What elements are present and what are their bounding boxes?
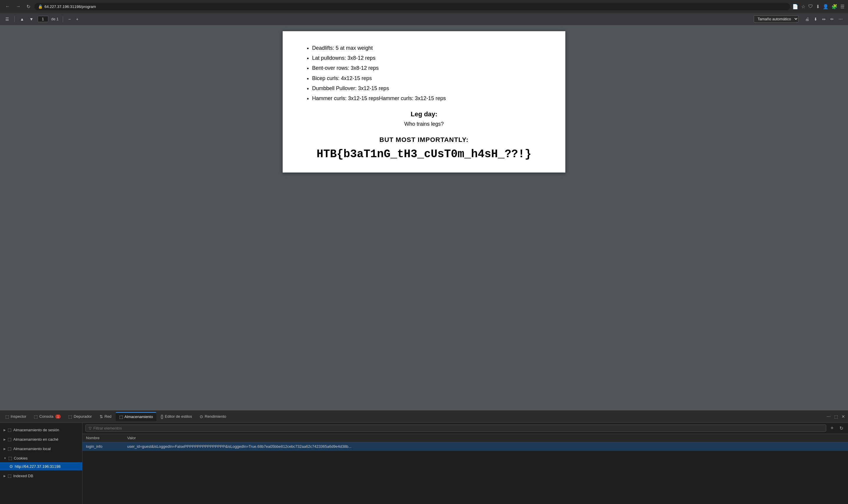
inspector-icon: ⬚ (5, 414, 9, 419)
pdf-toolbar-right: 🖨 ⬇ ⇔ ✏ ⋯ (804, 16, 844, 23)
download-icon[interactable]: ⬇ (816, 4, 820, 10)
devtools-sidebar: ▶ ⬚ Almacenamiento de sesión ▶ ⬚ Almacen… (0, 423, 83, 504)
sidebar-item-local-storage[interactable]: ▶ ⬚ Almacenamiento local (0, 445, 82, 453)
session-storage-label: Almacenamiento de sesión (13, 428, 59, 432)
sidebar-item-cookies-host[interactable]: ⊙ http://64.227.37.196:31198 (0, 462, 82, 470)
tab-network-label: Red (105, 414, 112, 419)
col-header-value: Valor (124, 434, 848, 442)
sidebar-item-cache-storage[interactable]: ▶ ⬚ Almacenamiento en caché (0, 435, 82, 443)
list-item: Bent-over rows: 3x8-12 reps (312, 63, 548, 73)
sidebar-item-indexed-db[interactable]: ▶ ⬚ Indexed DB (0, 472, 82, 480)
sidebar-item-cookies[interactable]: ▼ ⬚ Cookies (0, 454, 82, 462)
tab-performance[interactable]: ⊙ Rendimiento (196, 412, 230, 421)
reader-icon[interactable]: 📄 (792, 4, 798, 10)
more-tools-btn[interactable]: ⋯ (825, 413, 832, 420)
print-btn[interactable]: 🖨 (804, 16, 810, 23)
sidebar-group-cache: ▶ ⬚ Almacenamiento en caché (0, 434, 82, 444)
browser-toolbar-icons: 📄 ☆ 🛡 ⬇ 👤 🧩 ☰ (792, 4, 845, 10)
performance-icon: ⊙ (200, 414, 203, 419)
zoom-out-btn[interactable]: − (67, 16, 72, 23)
refresh-button[interactable]: ↻ (25, 3, 32, 11)
error-badge: 1 (55, 414, 61, 419)
separator2 (63, 16, 63, 22)
pdf-toolbar: ☰ ▲ ▼ de 1 − + Tamaño automático 🖨 ⬇ ⇔ ✏… (0, 13, 848, 25)
list-item: Bicep curls: 4x12-15 reps (312, 73, 548, 83)
download-btn[interactable]: ⬇ (813, 16, 818, 23)
list-item: Deadlifts: 5 at max weight (312, 43, 548, 53)
devtools-panel: ▽ + ↻ Nombre Valor (83, 423, 848, 504)
bookmark-icon[interactable]: ☆ (801, 4, 805, 10)
col-header-name: Nombre (83, 434, 124, 442)
extension-icon[interactable]: 🧩 (831, 4, 837, 10)
back-button[interactable]: ← (3, 3, 12, 10)
add-button[interactable]: + (829, 425, 835, 432)
zoom-in-btn[interactable]: + (75, 16, 79, 23)
list-item: Lat pulldowns: 3x8-12 reps (312, 53, 548, 63)
page-total: de 1 (51, 17, 59, 21)
close-devtools-btn[interactable]: ✕ (840, 413, 846, 420)
table-row[interactable]: login_info user_id=guest&isLoggedIn=Fals… (83, 442, 848, 451)
tab-storage-label: Almacenamiento (125, 414, 153, 419)
devtools-body: ▶ ⬚ Almacenamiento de sesión ▶ ⬚ Almacen… (0, 423, 848, 504)
profile-icon[interactable]: 👤 (823, 4, 829, 10)
storage-icon: ⬚ (119, 414, 123, 419)
network-icon: ⇅ (100, 414, 103, 419)
workout-list: Deadlifts: 5 at max weight Lat pulldowns… (312, 43, 548, 103)
tab-console-label: Consola (39, 414, 53, 419)
toggle-sidebar-btn[interactable]: ☰ (4, 16, 10, 23)
sidebar-group-indexed-db: ▶ ⬚ Indexed DB (0, 471, 82, 481)
tab-performance-label: Rendimiento (205, 414, 226, 419)
cookies-host-label: http://64.227.37.196:31198 (15, 464, 60, 469)
tab-inspector[interactable]: ⬚ Inspector (2, 412, 30, 421)
chevron-right-icon: ▶ (3, 447, 6, 450)
sidebar-item-session-storage[interactable]: ▶ ⬚ Almacenamiento de sesión (0, 426, 82, 434)
tab-network[interactable]: ⇅ Red (96, 412, 115, 421)
filter-input[interactable] (93, 426, 823, 430)
filter-bar: ▽ (85, 425, 826, 432)
cookies-label: Cookies (14, 456, 28, 461)
tab-styles[interactable]: {} Editor de estilos (157, 412, 196, 421)
cache-storage-label: Almacenamiento en caché (13, 437, 58, 442)
chevron-right-icon: ▶ (3, 438, 6, 441)
address-bar[interactable]: 🔒 64.227.37.196:31198/program (34, 3, 790, 10)
panel-table: Nombre Valor login_info user_id=guest&is… (83, 434, 848, 504)
address-text: 64.227.37.196:31198/program (44, 4, 96, 9)
pdf-page: Deadlifts: 5 at max weight Lat pulldowns… (283, 31, 565, 173)
local-storage-label: Almacenamiento local (13, 447, 51, 451)
flag-value: HTB{b3aT1nG_tH3_cUsT0m_h4sH_??!} (300, 148, 548, 160)
cache-storage-icon: ⬚ (8, 437, 12, 442)
styles-icon: {} (161, 414, 163, 419)
edit-btn[interactable]: ✏ (829, 16, 835, 23)
more-btn[interactable]: ⋯ (837, 16, 844, 23)
chevron-right-icon: ▶ (3, 428, 6, 432)
refresh-button[interactable]: ↻ (838, 425, 845, 432)
list-item: Dumbbell Pullover: 3x12-15 reps (312, 83, 548, 93)
next-page-btn[interactable]: ▼ (28, 16, 35, 23)
globe-icon: ⊙ (10, 464, 13, 469)
main-content: Deadlifts: 5 at max weight Lat pulldowns… (0, 25, 848, 504)
zoom-select[interactable]: Tamaño automático (754, 15, 798, 23)
chevron-right-icon: ▶ (3, 474, 6, 478)
filter-icon: ▽ (89, 426, 92, 430)
important-label: BUT MOST IMPORTANTLY: (300, 136, 548, 144)
layout-btn[interactable]: ⬚ (833, 413, 839, 420)
sidebar-group-local: ▶ ⬚ Almacenamiento local (0, 444, 82, 453)
pdf-viewer-area[interactable]: Deadlifts: 5 at max weight Lat pulldowns… (0, 25, 848, 410)
cookies-icon: ⬚ (8, 456, 12, 461)
tab-debugger[interactable]: ⬚ Depurador (65, 412, 95, 421)
separator (14, 16, 15, 22)
leg-day-title: Leg day: (300, 110, 548, 118)
page-number-input[interactable] (38, 16, 48, 22)
tab-storage[interactable]: ⬚ Almacenamiento (116, 412, 157, 421)
devtools-tabs: ⬚ Inspector ⬚ Consola 1 ⬚ Depurador ⇅ Re… (0, 410, 848, 423)
panel-toolbar: ▽ + ↻ (83, 423, 848, 434)
forward-button[interactable]: → (14, 3, 22, 10)
prev-page-btn[interactable]: ▲ (19, 16, 25, 23)
fit-btn[interactable]: ⇔ (821, 16, 827, 23)
cookies-table: Nombre Valor login_info user_id=guest&is… (83, 434, 848, 451)
local-storage-icon: ⬚ (8, 446, 12, 451)
tab-console[interactable]: ⬚ Consola 1 (30, 412, 64, 421)
menu-icon[interactable]: ☰ (840, 4, 845, 10)
tab-styles-label: Editor de estilos (165, 414, 192, 419)
shield-icon[interactable]: 🛡 (808, 4, 813, 9)
